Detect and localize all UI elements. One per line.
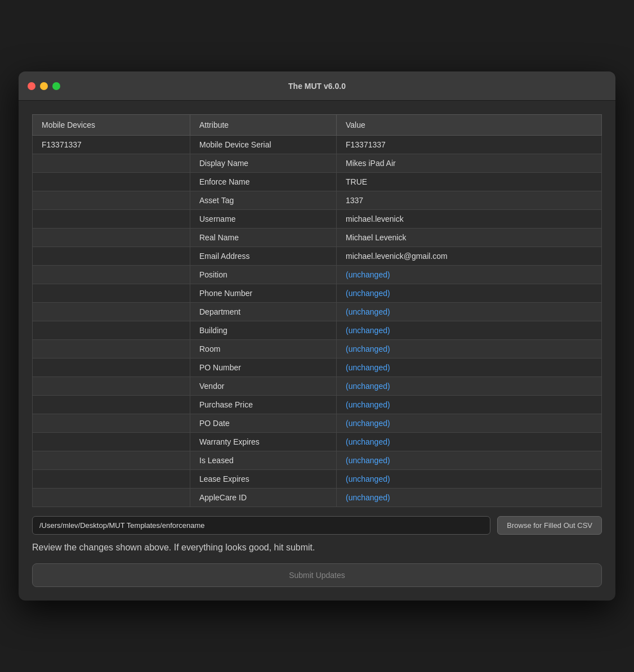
device-cell [33, 154, 190, 173]
table-row: Building(unchanged) [33, 321, 602, 340]
device-cell [33, 489, 190, 507]
window-controls [28, 82, 60, 90]
close-button[interactable] [28, 82, 35, 90]
value-cell: (unchanged) [337, 470, 602, 489]
table-row: Position(unchanged) [33, 266, 602, 284]
device-cell [33, 266, 190, 284]
attribute-cell: Warranty Expires [190, 433, 337, 451]
attribute-cell: Purchase Price [190, 396, 337, 414]
browse-button[interactable]: Browse for Filled Out CSV [497, 516, 602, 535]
value-cell: (unchanged) [337, 303, 602, 321]
value-cell: (unchanged) [337, 396, 602, 414]
device-cell [33, 433, 190, 451]
device-cell [33, 321, 190, 340]
table-row: Department(unchanged) [33, 303, 602, 321]
col-header-attribute: Attribute [190, 115, 337, 136]
title-bar: The MUT v6.0.0 [19, 71, 615, 101]
device-cell [33, 229, 190, 247]
attribute-cell: Username [190, 210, 337, 229]
attribute-cell: Enforce Name [190, 173, 337, 191]
value-cell: (unchanged) [337, 451, 602, 470]
table-row: Purchase Price(unchanged) [33, 396, 602, 414]
device-cell [33, 173, 190, 191]
submit-button[interactable]: Submit Updates [32, 563, 602, 587]
value-cell: (unchanged) [337, 340, 602, 359]
device-cell [33, 284, 190, 303]
attribute-cell: Department [190, 303, 337, 321]
value-cell: (unchanged) [337, 359, 602, 377]
file-path-input[interactable] [32, 516, 490, 535]
table-row: Room(unchanged) [33, 340, 602, 359]
table-row: Email Addressmichael.levenick@gmail.com [33, 247, 602, 266]
attribute-cell: Phone Number [190, 284, 337, 303]
table-row: Asset Tag1337 [33, 191, 602, 210]
value-cell: (unchanged) [337, 414, 602, 433]
value-cell: (unchanged) [337, 284, 602, 303]
device-cell [33, 414, 190, 433]
fullscreen-button[interactable] [52, 82, 60, 90]
attribute-cell: Email Address [190, 247, 337, 266]
attribute-cell: PO Number [190, 359, 337, 377]
review-text: Review the changes shown above. If every… [32, 541, 602, 554]
device-cell [33, 191, 190, 210]
value-cell: (unchanged) [337, 377, 602, 396]
table-row: AppleCare ID(unchanged) [33, 489, 602, 507]
table-row: Display NameMikes iPad Air [33, 154, 602, 173]
value-cell: (unchanged) [337, 489, 602, 507]
device-cell [33, 359, 190, 377]
minimize-button[interactable] [40, 82, 48, 90]
value-cell: (unchanged) [337, 266, 602, 284]
file-bar: Browse for Filled Out CSV [32, 516, 602, 535]
device-cell [33, 377, 190, 396]
attribute-cell: Real Name [190, 229, 337, 247]
value-cell: F13371337 [337, 136, 602, 154]
attribute-cell: Is Leased [190, 451, 337, 470]
table-row: Usernamemichael.levenick [33, 210, 602, 229]
table-row: Enforce NameTRUE [33, 173, 602, 191]
value-cell: Michael Levenick [337, 229, 602, 247]
devices-table: Mobile Devices Attribute Value F13371337… [32, 114, 602, 507]
value-cell: michael.levenick@gmail.com [337, 247, 602, 266]
value-cell: Mikes iPad Air [337, 154, 602, 173]
table-row: PO Date(unchanged) [33, 414, 602, 433]
table-row: Vendor(unchanged) [33, 377, 602, 396]
table-row: F13371337Mobile Device SerialF13371337 [33, 136, 602, 154]
attribute-cell: Display Name [190, 154, 337, 173]
device-cell [33, 303, 190, 321]
device-cell [33, 247, 190, 266]
col-header-value: Value [337, 115, 602, 136]
main-content: Mobile Devices Attribute Value F13371337… [19, 101, 615, 600]
value-cell: TRUE [337, 173, 602, 191]
attribute-cell: Lease Expires [190, 470, 337, 489]
attribute-cell: Building [190, 321, 337, 340]
col-header-device: Mobile Devices [33, 115, 190, 136]
attribute-cell: PO Date [190, 414, 337, 433]
table-row: Is Leased(unchanged) [33, 451, 602, 470]
table-row: Warranty Expires(unchanged) [33, 433, 602, 451]
device-cell [33, 340, 190, 359]
device-cell [33, 396, 190, 414]
attribute-cell: Asset Tag [190, 191, 337, 210]
attribute-cell: Vendor [190, 377, 337, 396]
device-cell: F13371337 [33, 136, 190, 154]
table-row: PO Number(unchanged) [33, 359, 602, 377]
value-cell: 1337 [337, 191, 602, 210]
attribute-cell: Room [190, 340, 337, 359]
app-window: The MUT v6.0.0 Mobile Devices Attribute … [19, 71, 615, 600]
attribute-cell: AppleCare ID [190, 489, 337, 507]
table-row: Lease Expires(unchanged) [33, 470, 602, 489]
attribute-cell: Mobile Device Serial [190, 136, 337, 154]
device-cell [33, 451, 190, 470]
value-cell: (unchanged) [337, 321, 602, 340]
window-title: The MUT v6.0.0 [288, 82, 346, 91]
value-cell: (unchanged) [337, 433, 602, 451]
table-row: Phone Number(unchanged) [33, 284, 602, 303]
attribute-cell: Position [190, 266, 337, 284]
value-cell: michael.levenick [337, 210, 602, 229]
device-cell [33, 210, 190, 229]
device-cell [33, 470, 190, 489]
table-row: Real NameMichael Levenick [33, 229, 602, 247]
